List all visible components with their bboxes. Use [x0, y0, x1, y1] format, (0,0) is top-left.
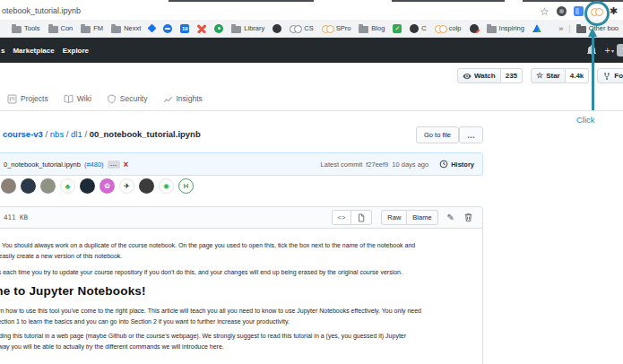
- oo-orange-icon: [322, 25, 333, 32]
- tab-projects[interactable]: Projects: [7, 94, 48, 104]
- folder-icon: [231, 26, 241, 33]
- document-icon: [357, 213, 366, 222]
- bookmark-colp[interactable]: colp: [435, 24, 462, 32]
- create-new-button[interactable]: +▾: [605, 45, 614, 56]
- bookmark-label: CS: [304, 24, 313, 32]
- fork-button[interactable]: Fork: [597, 68, 623, 83]
- bookmark-pill[interactable]: [163, 24, 172, 33]
- edit-pencil-icon[interactable]: ✎: [447, 213, 454, 222]
- blue-circle-icon: [163, 24, 172, 33]
- bookmarks-overflow-chevron[interactable]: »: [558, 24, 563, 33]
- drive-icon: [532, 24, 541, 32]
- watch-button[interactable]: Watch: [457, 68, 501, 83]
- bookmark-library[interactable]: Library: [231, 24, 264, 33]
- bookmark-cs[interactable]: CS: [290, 24, 313, 32]
- avatar[interactable]: H: [178, 178, 194, 194]
- bookmark-label: Library: [244, 24, 264, 32]
- notebook-heading: ome to Jupyter Notebooks!: [0, 286, 475, 297]
- notebook-paragraph-line: o learn how to use this tool you've come…: [0, 306, 475, 316]
- commit-message[interactable]: 0_notebook_tutorial.ipynb: [4, 160, 81, 169]
- nav-item-marketplace[interactable]: Marketplace: [13, 47, 54, 55]
- commit-expander[interactable]: …: [108, 160, 120, 169]
- folder-icon: [487, 26, 497, 33]
- avatar[interactable]: ✿: [100, 178, 115, 194]
- watch-count[interactable]: 235: [501, 68, 523, 83]
- tab-security[interactable]: Security: [107, 94, 148, 104]
- bookmark-drive[interactable]: [532, 24, 541, 32]
- avatar[interactable]: ✈: [119, 178, 134, 194]
- commit-sha: f27eef9: [366, 160, 388, 169]
- commit-message-group: 0_notebook_tutorial.ipynb (#480) … ×: [4, 160, 128, 169]
- avatar[interactable]: [40, 178, 56, 194]
- notebook-text: This way you will be able to actually: [0, 343, 86, 350]
- breadcrumb-dir-link[interactable]: dl1: [71, 129, 82, 139]
- bookmark-tools[interactable]: Tools: [12, 24, 40, 33]
- green-check-icon: ✓: [393, 24, 402, 33]
- commit-meta: Latest commit f27eef9 10 days ago Histor…: [321, 160, 474, 169]
- ci-status-failed-icon[interactable]: ×: [124, 160, 129, 169]
- bookmark-green-dot[interactable]: [214, 24, 223, 33]
- book-icon: [64, 94, 74, 104]
- bookmark-nexxt[interactable]: Nexxt: [111, 24, 141, 33]
- contributor-avatars: ♣ ✿ ✈ ◉ H: [1, 178, 194, 194]
- bookmark-blog[interactable]: Blog: [359, 24, 385, 33]
- bookmarks-right: » | Other boo: [553, 24, 619, 33]
- nav-item-explore[interactable]: Explore: [63, 47, 89, 55]
- view-mode-group: <>: [332, 210, 373, 225]
- file-header-actions: <> Raw Blame ✎: [332, 210, 473, 225]
- avatar[interactable]: [1, 178, 16, 194]
- user-avatar[interactable]: [617, 44, 623, 56]
- raw-blame-group: Raw Blame: [381, 210, 437, 225]
- bookmark-c[interactable]: C: [410, 24, 426, 33]
- bookmark-label: FM: [93, 24, 103, 32]
- rendered-view-button[interactable]: [351, 210, 372, 225]
- clock-extension-icon[interactable]: [557, 6, 567, 16]
- avatar[interactable]: [21, 178, 36, 194]
- star-group: ☆ Star 4.4k: [531, 68, 589, 83]
- more-options-button[interactable]: …: [459, 126, 483, 143]
- notebook-text: errors each time you try to update your …: [0, 269, 402, 275]
- nav-item-partial[interactable]: s: [1, 47, 4, 55]
- address-bar-url[interactable]: otebook_tutorial.ipynb: [2, 6, 81, 15]
- oo-orange-icon: [435, 25, 446, 32]
- pinwheel-extension-icon[interactable]: ✱: [610, 6, 618, 16]
- star-count[interactable]: 4.4k: [566, 68, 590, 83]
- bookmark-fm[interactable]: FM: [81, 24, 103, 33]
- bookmark-label: Tools: [24, 24, 40, 32]
- bookmark-inspiring[interactable]: Inspiring: [487, 24, 524, 33]
- bookmark-spro[interactable]: SPro: [322, 24, 351, 32]
- tab-wiki[interactable]: Wiki: [64, 94, 91, 104]
- annotation-click-label: Click: [576, 115, 595, 125]
- clock-icon: [439, 160, 448, 169]
- pr-link[interactable]: (#480): [84, 160, 104, 169]
- star-button[interactable]: ☆ Star: [531, 68, 566, 83]
- bookmark-x[interactable]: [197, 24, 206, 33]
- eye-icon: [463, 72, 472, 81]
- delete-trash-icon[interactable]: [463, 212, 473, 222]
- breadcrumb-separator: /: [46, 129, 48, 139]
- plus-icon: +: [605, 45, 610, 56]
- latest-commit-bar: 0_notebook_tutorial.ipynb (#480) … × Lat…: [0, 152, 483, 176]
- bookmark-star-icon[interactable]: ☆: [540, 6, 549, 17]
- bookmark-diamond[interactable]: [149, 25, 155, 31]
- bookmark-globe-pen[interactable]: [470, 24, 479, 33]
- file-nav-row: course-v3 / nbs / dl1 / 00_notebook_tuto…: [0, 120, 623, 149]
- bookmark-check[interactable]: ✓: [393, 24, 402, 33]
- history-button[interactable]: History: [439, 160, 474, 169]
- bookmark-globe[interactable]: [273, 24, 281, 33]
- blame-button[interactable]: Blame: [407, 210, 437, 225]
- source-view-button[interactable]: <>: [332, 210, 352, 225]
- breadcrumb-repo-link[interactable]: course-v3: [3, 129, 43, 139]
- bookmark-calendar[interactable]: 19: [180, 24, 189, 33]
- tab-insights[interactable]: Insights: [163, 94, 203, 104]
- bookmark-con[interactable]: Con: [48, 24, 74, 33]
- go-to-file-button[interactable]: Go to file: [416, 126, 459, 143]
- avatar[interactable]: ♣: [60, 178, 75, 194]
- orange-x-icon: [197, 24, 206, 33]
- avatar[interactable]: [80, 178, 95, 194]
- avatar[interactable]: ◉: [159, 178, 174, 194]
- avatar[interactable]: [139, 178, 154, 194]
- breadcrumb-dir-link[interactable]: nbs: [50, 129, 64, 139]
- raw-button[interactable]: Raw: [381, 210, 407, 225]
- blue-extension-icon[interactable]: [574, 6, 584, 16]
